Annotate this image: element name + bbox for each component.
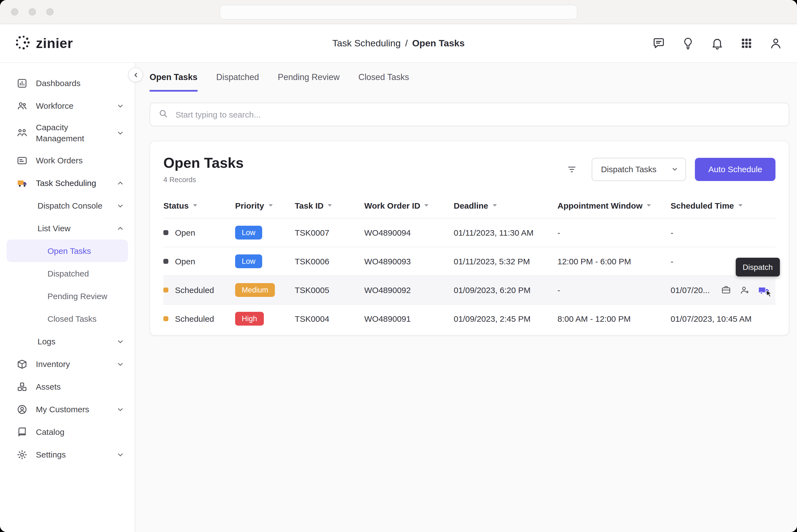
- sidebar-item-inventory[interactable]: Inventory: [0, 353, 135, 375]
- notifications-bell-icon[interactable]: [710, 36, 724, 51]
- chat-icon[interactable]: [651, 36, 666, 51]
- lightbulb-icon[interactable]: [681, 36, 695, 51]
- tab-bar: Open Tasks Dispatched Pending Review Clo…: [135, 63, 797, 92]
- table-row[interactable]: Scheduled High TSK0004 WO4890091 01/09/2…: [164, 304, 776, 333]
- appointment-window-cell: -: [557, 285, 670, 295]
- sidebar-item-catalog[interactable]: Catalog: [0, 420, 135, 443]
- dispatch-tooltip: Dispatch: [736, 258, 780, 277]
- sidebar-item-open-tasks[interactable]: Open Tasks: [7, 240, 128, 262]
- sidebar-item-label: Open Tasks: [48, 245, 91, 256]
- task-id-cell: TSK0005: [295, 285, 364, 295]
- panel-title: Open Tasks: [164, 154, 244, 172]
- chevron-down-icon: [117, 102, 124, 109]
- work-orders-icon: [17, 155, 27, 166]
- tab-open-tasks[interactable]: Open Tasks: [150, 63, 197, 92]
- filter-icon[interactable]: [561, 158, 583, 180]
- search-input[interactable]: [174, 109, 781, 120]
- breadcrumb: Task Scheduling / Open Tasks: [332, 38, 464, 49]
- sidebar-item-dispatch-console[interactable]: Dispatch Console: [0, 194, 135, 217]
- apps-grid-icon[interactable]: [739, 36, 753, 51]
- column-header-appointment-window[interactable]: Appointment Window: [557, 201, 670, 210]
- sidebar-item-pending-review[interactable]: Pending Review: [0, 285, 135, 307]
- status-label: Scheduled: [175, 285, 214, 295]
- table-row[interactable]: Open Low TSK0007 WO4890094 01/11/2023, 1…: [164, 218, 776, 247]
- tab-pending-review[interactable]: Pending Review: [278, 63, 340, 92]
- chevron-down-icon: [117, 406, 124, 413]
- status-cell: Scheduled: [164, 285, 235, 295]
- auto-schedule-button[interactable]: Auto Schedule: [695, 157, 776, 181]
- sidebar-item-task-scheduling[interactable]: Task Scheduling: [0, 172, 135, 194]
- sort-caret-icon: [424, 204, 429, 207]
- sidebar-item-list-view[interactable]: List View: [0, 217, 135, 240]
- appointment-window-cell: -: [557, 228, 670, 237]
- chevron-up-icon: [117, 225, 124, 231]
- priority-badge: Low: [235, 226, 262, 240]
- chevron-down-icon: [117, 202, 124, 209]
- scheduled-time-cell: 01/07/2023, 10:45 AM: [670, 314, 776, 323]
- task-id-cell: TSK0006: [295, 256, 364, 266]
- column-header-deadline[interactable]: Deadline: [454, 201, 557, 210]
- minimize-window-button[interactable]: [29, 8, 36, 16]
- column-header-work-order-id[interactable]: Work Order ID: [364, 201, 454, 210]
- sidebar-item-settings[interactable]: Settings: [0, 443, 135, 466]
- column-header-scheduled-time[interactable]: Scheduled Time: [670, 201, 776, 210]
- zinier-logo[interactable]: zinier: [14, 34, 73, 53]
- breadcrumb-divider: /: [405, 38, 407, 49]
- appointment-window-cell: 12:00 PM - 6:00 PM: [557, 256, 670, 266]
- sidebar-item-capacity-management[interactable]: Capacity Management: [0, 117, 135, 149]
- row-actions: Dispatch: [719, 283, 771, 298]
- breadcrumb-section[interactable]: Task Scheduling: [332, 38, 401, 49]
- sidebar-item-workforce[interactable]: Workforce: [0, 94, 135, 117]
- sidebar-item-label: My Customers: [36, 404, 89, 415]
- search-bar[interactable]: [150, 103, 789, 126]
- tab-dispatched[interactable]: Dispatched: [216, 63, 259, 92]
- zoom-window-button[interactable]: [46, 8, 54, 16]
- sidebar-item-label: Closed Tasks: [48, 313, 97, 324]
- user-profile-icon[interactable]: [768, 36, 783, 51]
- column-header-status[interactable]: Status: [164, 201, 235, 210]
- sidebar-item-work-orders[interactable]: Work Orders: [0, 149, 135, 172]
- scheduled-time-cell: 01/07/20...: [670, 283, 776, 298]
- chevron-down-icon: [117, 361, 124, 367]
- dispatch-tasks-dropdown[interactable]: Dispatch Tasks: [592, 157, 686, 181]
- chevron-down-icon: [117, 338, 124, 345]
- sidebar-item-dashboards[interactable]: Dashboards: [0, 72, 135, 94]
- table-row[interactable]: Open Low TSK0006 WO4890093 01/11/2023, 5…: [164, 247, 776, 276]
- work-order-action-icon[interactable]: [719, 283, 734, 298]
- dashboard-icon: [17, 78, 27, 89]
- sidebar-collapse-button[interactable]: [128, 67, 143, 82]
- scheduled-time-cell: -: [670, 228, 776, 237]
- status-label: Scheduled: [175, 314, 214, 323]
- chevron-down-icon: [672, 165, 678, 174]
- task-id-cell: TSK0007: [295, 228, 364, 237]
- chevron-down-icon: [117, 451, 124, 458]
- column-header-priority[interactable]: Priority: [235, 201, 295, 210]
- sidebar-item-logs[interactable]: Logs: [0, 330, 135, 353]
- sidebar-item-assets[interactable]: Assets: [0, 375, 135, 398]
- table-row[interactable]: Scheduled Medium TSK0005 WO4890092 01/09…: [164, 276, 776, 304]
- header-icons: [651, 36, 783, 51]
- dispatch-truck-icon[interactable]: [756, 283, 771, 298]
- status-cell: Scheduled: [164, 314, 235, 323]
- assign-user-icon[interactable]: [737, 283, 752, 298]
- close-window-button[interactable]: [11, 8, 18, 16]
- sidebar-item-label: Catalog: [36, 426, 64, 437]
- open-tasks-panel: Open Tasks 4 Records Dispatch Tasks Auto…: [150, 141, 789, 336]
- window-controls: [11, 8, 54, 16]
- sidebar-item-closed-tasks[interactable]: Closed Tasks: [0, 307, 135, 330]
- sidebar-item-dispatched[interactable]: Dispatched: [0, 262, 135, 285]
- status-cell: Open: [164, 228, 235, 237]
- sidebar-item-my-customers[interactable]: My Customers: [0, 398, 135, 420]
- tab-closed-tasks[interactable]: Closed Tasks: [359, 63, 409, 92]
- capacity-management-icon: [17, 128, 27, 138]
- chevron-down-icon: [117, 130, 124, 136]
- column-header-task-id[interactable]: Task ID: [295, 201, 364, 210]
- sort-caret-icon: [492, 204, 497, 207]
- sidebar-item-label: Logs: [38, 336, 55, 347]
- main-content: Open Tasks Dispatched Pending Review Clo…: [135, 63, 797, 532]
- deadline-cell: 01/11/2023, 11:30 AM: [454, 228, 557, 237]
- sidebar: Dashboards Workforce Capacity Management…: [0, 63, 135, 532]
- browser-address-bar[interactable]: [220, 4, 577, 19]
- sidebar-item-label: Inventory: [36, 358, 70, 369]
- inventory-icon: [17, 358, 27, 369]
